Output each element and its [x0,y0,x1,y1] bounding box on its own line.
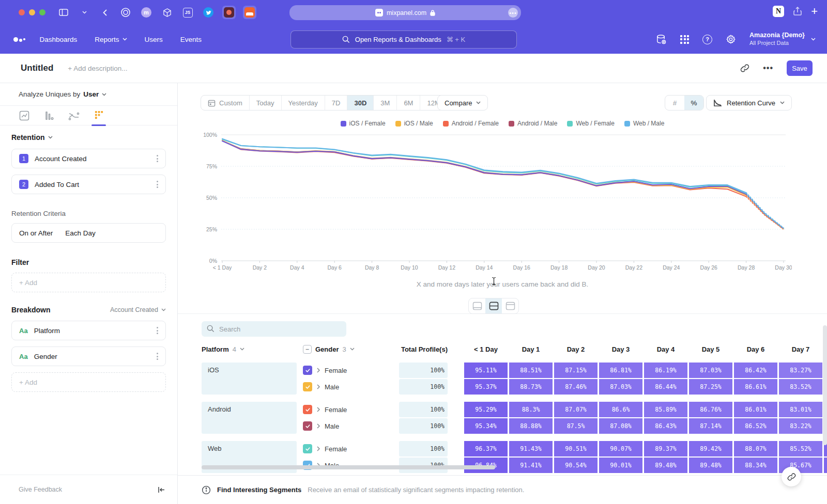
extension-bird-icon[interactable] [202,6,215,19]
back-icon[interactable] [98,6,112,19]
retention-value-cell[interactable]: 86.43% [644,418,687,434]
global-search[interactable]: Open Reports & Dashboards ⌘ + K [290,30,517,49]
expand-row-icon[interactable] [317,384,320,389]
find-segments-link[interactable]: Find Interesting Segments [217,486,301,494]
retention-value-cell[interactable]: 88.88% [509,418,553,434]
tab-flows[interactable] [67,106,81,125]
breakdown-menu-icon[interactable] [156,326,159,335]
layout-table-only-button[interactable] [502,298,518,313]
total-column-header[interactable]: Total Profile(s) [399,345,448,353]
retention-value-cell[interactable]: 86.42% [734,363,777,378]
retention-value-cell[interactable]: 87.46% [554,379,598,395]
day-column-header[interactable]: Day 2 [554,345,598,353]
close-window-button[interactable] [19,9,25,15]
retention-value-cell[interactable]: 95.34% [464,418,508,434]
minimize-window-button[interactable] [29,9,35,15]
nav-dashboards[interactable]: Dashboards [40,36,78,43]
series-checkbox[interactable] [303,382,312,391]
layout-chart-only-button[interactable] [469,298,485,313]
retention-value-cell[interactable]: 86.44% [644,379,687,395]
retention-value-cell[interactable]: 86.81% [599,363,642,378]
range-today[interactable]: Today [249,96,281,110]
horizontal-scrollbar[interactable] [202,465,495,469]
retention-value-cell[interactable]: 89.48% [644,458,687,473]
series-checkbox[interactable] [303,405,312,414]
retention-criteria-card[interactable]: On or After Each Day [11,223,166,243]
retention-value-cell[interactable]: 88.51% [509,363,553,378]
compare-button[interactable]: Compare [437,95,488,111]
retention-value-cell[interactable]: 87.03% [689,363,732,378]
series-checkbox[interactable] [303,366,312,375]
data-management-icon[interactable] [656,34,667,45]
retention-chart[interactable]: 0%25%50%75%100%< 1 DayDay 2Day 4Day 6Day… [196,131,792,278]
retention-value-cell[interactable]: 87.15% [554,363,598,378]
extension-m-icon[interactable]: m [140,6,153,19]
tab-insights[interactable] [18,106,31,125]
retention-value-cell[interactable]: 86.01% [734,402,777,417]
tab-funnels[interactable] [42,106,56,125]
save-button[interactable]: Save [787,60,813,76]
address-bar[interactable]: mixpanel.com ••• [289,5,521,20]
series-checkbox[interactable] [303,444,312,453]
copy-link-icon[interactable] [740,64,749,73]
extension-cube-icon[interactable] [160,6,174,19]
retention-section-header[interactable]: Retention [11,133,166,141]
retention-step-card[interactable]: 2Added To Cart [11,175,166,194]
percent-unit-button[interactable]: % [684,96,703,110]
floating-share-button[interactable] [782,467,801,486]
legend-item[interactable]: iOS / Female [341,120,386,127]
expand-row-icon[interactable] [317,407,320,412]
retention-value-cell[interactable]: 88.73% [509,379,553,395]
retention-value-cell[interactable]: 85.52% [779,441,822,456]
range-3m[interactable]: 3M [373,96,396,110]
retention-value-cell[interactable]: 88.07% [734,441,777,456]
maximize-window-button[interactable] [39,9,45,15]
breakdown-add-button[interactable]: + Add [11,372,166,392]
retention-value-cell[interactable]: 90.01% [599,458,642,473]
day-column-header[interactable]: Day 5 [689,345,732,353]
retention-value-cell[interactable]: 87.08% [599,418,642,434]
extension-mixpanel-icon[interactable] [222,6,236,19]
expand-row-icon[interactable] [317,423,320,429]
retention-value-cell[interactable]: 91.41% [509,458,553,473]
day-column-header[interactable]: Day 3 [599,345,642,353]
retention-value-cell[interactable]: 86.52% [734,418,777,434]
report-title[interactable]: Untitled [21,63,53,73]
platform-cell[interactable]: Android [202,402,297,434]
sidebar-toggle-icon[interactable] [57,6,70,19]
retention-value-cell[interactable]: 86.61% [734,379,777,395]
retention-value-cell[interactable]: 88.3% [509,402,553,417]
platform-column-header[interactable]: Platform 4 [202,345,303,353]
add-description[interactable]: + Add description... [68,65,127,72]
range-6m[interactable]: 6M [396,96,420,110]
retention-value-cell[interactable]: 87.07% [554,402,598,417]
step-menu-icon[interactable] [156,180,159,189]
vertical-scrollbar[interactable] [823,325,827,445]
retention-value-cell[interactable]: 89.37% [644,441,687,456]
analyze-value-dropdown[interactable]: User [83,90,99,98]
layout-split-button[interactable] [485,298,502,313]
retention-value-cell[interactable]: 86.6% [599,402,642,417]
series-checkbox[interactable] [303,421,312,431]
expand-row-icon[interactable] [317,446,320,451]
breakdown-menu-icon[interactable] [156,352,159,361]
retention-step-card[interactable]: 1Account Created [11,149,166,168]
day-column-header[interactable]: Day 4 [644,345,687,353]
day-column-header[interactable]: Day 1 [509,345,553,353]
nav-reports[interactable]: Reports [95,36,127,43]
range-yesterday[interactable]: Yesterday [281,96,325,110]
range-custom[interactable]: Custom [201,96,249,110]
retention-value-cell[interactable]: 83.22% [779,418,822,434]
absolute-unit-button[interactable]: # [665,96,684,110]
legend-item[interactable]: Web / Male [624,120,664,127]
retention-value-cell[interactable]: 90.54% [554,458,598,473]
extension-ring-icon[interactable] [119,6,132,19]
expand-row-icon[interactable] [317,368,320,373]
retention-value-cell[interactable]: 83.27% [779,363,822,378]
nav-events[interactable]: Events [180,36,202,43]
retention-value-cell[interactable]: 91.43% [509,441,553,456]
breakdown-scope-dropdown[interactable]: Account Created [110,306,166,313]
new-tab-icon[interactable]: + [811,6,818,17]
criteria-interval[interactable]: Each Day [65,229,96,237]
day-column-header[interactable]: Day 6 [734,345,777,353]
